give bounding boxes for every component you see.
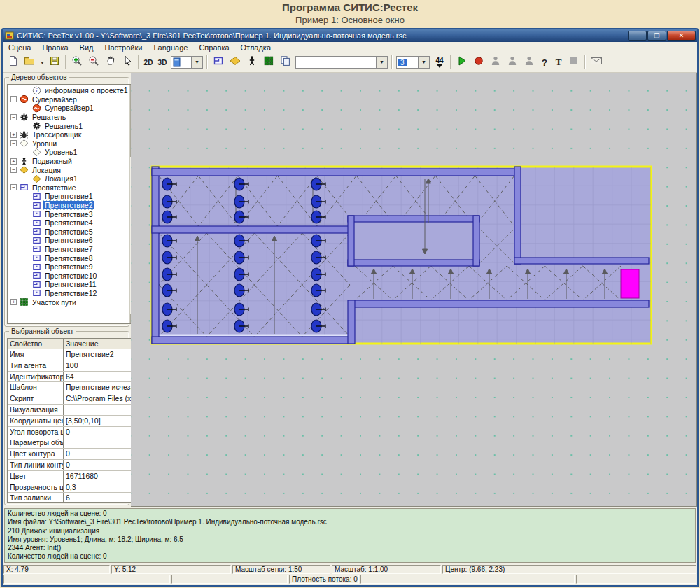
property-value[interactable]: 0	[64, 460, 141, 470]
menu-item-4[interactable]: Настройки	[99, 43, 148, 52]
property-value[interactable]: 0	[64, 427, 141, 438]
property-row[interactable]: ИмяПрепятствие2	[8, 349, 141, 360]
property-value[interactable]	[64, 438, 141, 448]
send-report-button[interactable]	[588, 55, 605, 70]
open-scene-button[interactable]	[22, 55, 38, 70]
menu-item-2[interactable]: Правка	[36, 43, 74, 52]
minimize-button[interactable]: —	[628, 31, 647, 41]
menu-item-1[interactable]: Сцена	[3, 43, 36, 52]
chevron-down-icon[interactable]: ▼	[191, 57, 202, 68]
drawing-canvas[interactable]	[131, 73, 697, 507]
restore-button[interactable]: ❐	[648, 31, 666, 41]
property-row[interactable]: Идентификатор аг64	[8, 372, 141, 383]
tree-item[interactable]: −Супервайзер	[8, 95, 130, 104]
tree-item[interactable]: Препятствие12	[8, 289, 130, 298]
tree-item[interactable]: Препятствие9	[8, 262, 130, 272]
tree-item[interactable]: Препятствие5	[8, 227, 130, 237]
tree-item[interactable]: Решатель1	[8, 121, 130, 130]
property-value[interactable]: 100	[64, 360, 141, 371]
add-obstacle-button[interactable]	[210, 55, 227, 70]
layer-combobox[interactable]: ▼	[171, 56, 203, 69]
property-row[interactable]: СкриптC:\\Program Files (x86	[8, 393, 141, 405]
property-row[interactable]: Параметры объек	[8, 438, 141, 449]
property-row[interactable]: Визуализация	[8, 405, 141, 416]
menu-item-3[interactable]: Вид	[74, 43, 99, 52]
property-row[interactable]: Угол поворота ша0	[8, 427, 141, 438]
agent-view-button-3[interactable]	[521, 55, 538, 70]
add-agent-button[interactable]	[244, 55, 260, 70]
property-value[interactable]: Препятствие2	[64, 349, 141, 360]
tree-item[interactable]: Препятствие10	[8, 271, 130, 280]
zoom-out-button[interactable]	[85, 55, 102, 70]
property-value[interactable]: 16711680	[64, 471, 141, 482]
tree-item[interactable]: +Подвижный	[8, 157, 130, 166]
view-3d-button[interactable]: 3D	[155, 55, 169, 70]
property-row[interactable]: Цвет16711680	[8, 471, 141, 482]
collapse-icon[interactable]: −	[10, 96, 17, 102]
agent-type-combobox[interactable]: 3▼	[396, 56, 430, 69]
menu-item-5[interactable]: Language	[148, 43, 193, 52]
tree-item[interactable]: −Препятствие	[8, 183, 130, 192]
title-bar[interactable]: СИТИС: РесТек v1.00 - Y:\Software\_3 Fir…	[3, 29, 697, 42]
tree-item[interactable]: +Участок пути	[8, 298, 130, 307]
pan-button[interactable]	[102, 55, 119, 70]
expand-icon[interactable]: +	[10, 299, 17, 305]
open-dropdown-button[interactable]: ▼	[38, 55, 46, 70]
tree-item[interactable]: −Локация	[8, 165, 130, 174]
property-value[interactable]: C:\\Program Files (x86	[64, 393, 141, 404]
property-row[interactable]: Координаты центр[3,50;0,10]	[8, 416, 141, 427]
property-row[interactable]: Тип заливки6	[8, 493, 141, 502]
add-path-area-button[interactable]	[260, 55, 277, 70]
add-location-button[interactable]	[227, 55, 244, 70]
menu-item-7[interactable]: Отладка	[235, 43, 276, 52]
step-counter-button[interactable]: 44	[431, 55, 448, 70]
copy-button[interactable]	[277, 55, 294, 70]
template-combobox[interactable]: ▼	[295, 56, 388, 69]
floor-plan[interactable]	[131, 74, 697, 507]
tree-item[interactable]: Препятствие7	[8, 245, 130, 254]
property-row[interactable]: Тип агента100	[8, 360, 141, 372]
tree-item[interactable]: Препятствие3	[8, 209, 130, 218]
tree-item[interactable]: Препятствие8	[8, 253, 130, 262]
close-button[interactable]: ✕	[667, 31, 696, 41]
tree-item[interactable]: Препятствие2	[8, 201, 130, 210]
view-2d-button[interactable]: 2D	[141, 55, 155, 70]
menu-item-6[interactable]: Справка	[193, 43, 234, 52]
tree-item[interactable]: Препятствие1	[8, 192, 130, 201]
tree-item[interactable]: −Решатель	[8, 113, 130, 122]
save-button[interactable]	[46, 55, 63, 70]
collapse-icon[interactable]: −	[10, 114, 17, 120]
tree-item[interactable]: Препятствие4	[8, 218, 130, 227]
property-row[interactable]: Тип линии контура0	[8, 460, 141, 471]
expand-icon[interactable]: +	[10, 158, 17, 164]
tree-item[interactable]: Локация1	[8, 174, 130, 183]
collapse-icon[interactable]: −	[10, 140, 17, 146]
text-tool-button[interactable]: T	[552, 55, 566, 70]
expand-icon[interactable]: +	[10, 132, 17, 138]
agent-view-button-1[interactable]	[487, 55, 504, 70]
tree-item[interactable]: Препятствие6	[8, 236, 130, 245]
chevron-down-icon[interactable]: ▼	[376, 57, 387, 68]
property-row[interactable]: ШаблонПрепятствие исчеза	[8, 382, 141, 393]
property-row[interactable]: Цвет контура0	[8, 449, 141, 460]
tree-item[interactable]: Супервайзер1	[8, 104, 130, 113]
tree-item[interactable]: iинформация о проекте1	[8, 86, 130, 95]
run-button[interactable]	[454, 55, 470, 70]
property-value[interactable]	[64, 405, 141, 415]
select-button[interactable]	[119, 55, 136, 70]
tree-item[interactable]: +Трассировщик	[8, 130, 130, 139]
tree-item[interactable]: −Уровни	[8, 139, 130, 148]
agent-view-button-2[interactable]	[504, 55, 521, 70]
tree-item[interactable]: Препятствие11	[8, 280, 130, 289]
property-value[interactable]: Препятствие исчеза	[64, 382, 141, 393]
property-value[interactable]: 0,3	[64, 482, 141, 493]
zoom-in-button[interactable]	[69, 55, 85, 70]
tree-item[interactable]: Уровень1	[8, 148, 130, 157]
help-tool-button[interactable]: ?	[538, 55, 552, 70]
log-panel[interactable]: Количество людей на сцене: 0Имя файла: Y…	[4, 508, 696, 563]
property-value[interactable]: 6	[64, 493, 141, 502]
chevron-down-icon[interactable]: ▼	[418, 57, 429, 68]
new-scene-button[interactable]	[5, 55, 22, 70]
fill-tool-button[interactable]	[566, 55, 582, 70]
record-button[interactable]	[470, 55, 487, 70]
